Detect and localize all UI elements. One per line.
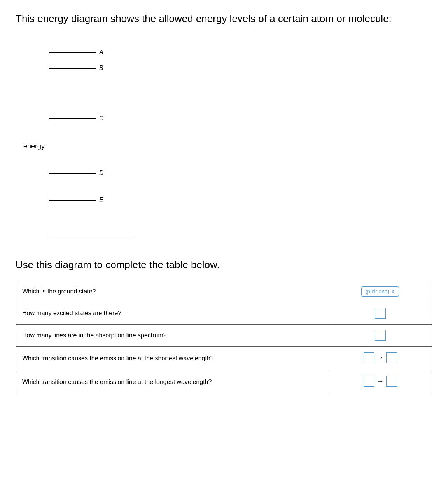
answer-excited-states[interactable] <box>328 302 432 325</box>
shortest-transition-container: → <box>364 352 397 363</box>
longest-transition-container: → <box>364 376 397 387</box>
pick-one-dropdown[interactable]: (pick one) ⇕ <box>361 286 399 297</box>
table-row-ground-state: Which is the ground state? (pick one) ⇕ <box>16 281 432 302</box>
energy-level-a: A <box>49 49 103 56</box>
longest-from-input[interactable] <box>364 376 374 387</box>
answer-longest[interactable]: → <box>328 370 432 394</box>
energy-level-a-line <box>49 52 96 53</box>
question-ground-state: Which is the ground state? <box>16 281 328 302</box>
instruction-text: Use this diagram to complete the table b… <box>16 259 432 271</box>
energy-level-e-label: E <box>99 197 103 204</box>
longest-to-input[interactable] <box>386 376 397 387</box>
question-table: Which is the ground state? (pick one) ⇕ … <box>16 281 432 394</box>
energy-level-b-line <box>49 68 96 69</box>
energy-level-b: B <box>49 65 103 72</box>
energy-level-e: E <box>49 197 103 204</box>
question-excited-states: How many excited states are there? <box>16 302 328 325</box>
energy-level-a-label: A <box>99 49 103 56</box>
answer-absorption[interactable] <box>328 325 432 347</box>
shortest-to-input[interactable] <box>386 352 397 363</box>
energy-level-c-label: C <box>99 115 104 122</box>
transition-arrow-shortest: → <box>377 354 384 362</box>
table-row-absorption: How many lines are in the absorption lin… <box>16 325 432 347</box>
diagram-container: energy A B C D E <box>23 37 432 239</box>
energy-level-c: C <box>49 115 104 122</box>
energy-level-e-line <box>49 200 96 201</box>
question-shortest: Which transition causes the emission lin… <box>16 347 328 370</box>
question-longest: Which transition causes the emission lin… <box>16 370 328 394</box>
question-absorption: How many lines are in the absorption lin… <box>16 325 328 347</box>
transition-arrow-longest: → <box>377 377 384 386</box>
table-row-excited-states: How many excited states are there? <box>16 302 432 325</box>
excited-states-input[interactable] <box>375 308 386 319</box>
shortest-from-input[interactable] <box>364 352 374 363</box>
answer-ground-state[interactable]: (pick one) ⇕ <box>328 281 432 302</box>
energy-level-b-label: B <box>99 65 103 72</box>
answer-shortest[interactable]: → <box>328 347 432 370</box>
energy-level-d-line <box>49 173 96 174</box>
energy-level-d-label: D <box>99 169 104 176</box>
energy-diagram-box: A B C D E <box>49 37 134 239</box>
absorption-input[interactable] <box>375 330 386 341</box>
energy-axis-label: energy <box>23 142 45 150</box>
table-row-longest: Which transition causes the emission lin… <box>16 370 432 394</box>
energy-level-c-line <box>49 118 96 119</box>
chevron-icon: ⇕ <box>391 289 395 294</box>
intro-text: This energy diagram shows the allowed en… <box>16 12 432 26</box>
pick-one-label: (pick one) <box>366 288 389 295</box>
energy-level-d: D <box>49 169 104 176</box>
table-row-shortest: Which transition causes the emission lin… <box>16 347 432 370</box>
